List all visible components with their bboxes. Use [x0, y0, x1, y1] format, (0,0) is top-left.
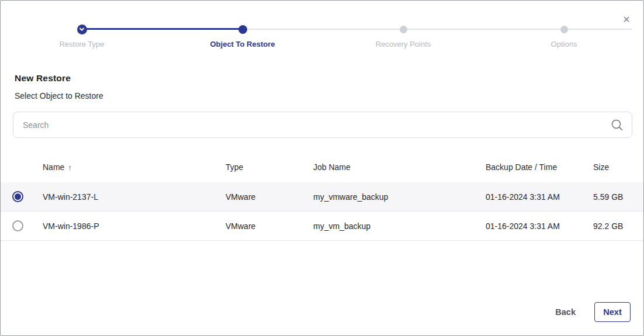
column-header-type[interactable]: Type: [214, 162, 302, 172]
cell-name: VM-win-1986-P: [31, 221, 214, 231]
step-label: Object To Restore: [210, 40, 275, 49]
cell-job-name: my_vmware_backup: [302, 192, 474, 202]
dialog-footer: Back Next: [550, 302, 631, 322]
cell-backup-date-time: 01-16-2024 3:31 AM: [474, 221, 581, 231]
new-restore-dialog: ✕ Restore Type Object To Restore Recover…: [0, 0, 644, 336]
upcoming-step-dot-icon: [560, 26, 568, 33]
sort-ascending-icon[interactable]: ↑: [68, 163, 72, 172]
back-button[interactable]: Back: [550, 304, 580, 320]
active-step-dot-icon: [238, 25, 247, 34]
search-input[interactable]: [13, 112, 611, 137]
page-subtitle: Select Object to Restore: [15, 91, 103, 101]
cell-size: 5.59 GB: [581, 192, 643, 202]
cell-backup-date-time: 01-16-2024 3:31 AM: [474, 192, 581, 202]
step-label: Options: [551, 40, 577, 49]
column-header-backup-date-time[interactable]: Backup Date / Time: [474, 162, 581, 172]
search-bar: [13, 112, 632, 138]
search-icon: [611, 119, 624, 131]
table-body: VM-win-2137-L VMware my_vmware_backup 01…: [1, 182, 643, 241]
upcoming-step-dot-icon: [400, 26, 407, 33]
cell-size: 92.2 GB: [581, 221, 643, 231]
page-title: New Restore: [15, 73, 71, 84]
stepper-step-options: Options: [500, 23, 628, 49]
cell-job-name: my_vm_backup: [302, 221, 474, 231]
column-header-job-name[interactable]: Job Name: [302, 162, 474, 172]
stepper-step-restore-type: Restore Type: [18, 23, 146, 49]
radio-selected-icon[interactable]: [12, 191, 23, 202]
column-header-size[interactable]: Size: [581, 162, 643, 172]
column-header-name[interactable]: Name↑: [31, 162, 214, 172]
next-button[interactable]: Next: [594, 302, 631, 322]
step-label: Recovery Points: [376, 40, 431, 49]
stepper: Restore Type Object To Restore Recovery …: [1, 1, 643, 54]
radio-unselected-icon[interactable]: [12, 220, 23, 231]
check-icon: [77, 25, 87, 34]
table-row[interactable]: VM-win-1986-P VMware my_vm_backup 01-16-…: [1, 212, 643, 241]
stepper-step-recovery-points: Recovery Points: [339, 23, 468, 49]
stepper-step-object-to-restore: Object To Restore: [178, 23, 307, 49]
step-label: Restore Type: [59, 40, 104, 49]
table-header: Name↑ Type Job Name Backup Date / Time S…: [1, 151, 643, 182]
cell-type: VMware: [214, 221, 302, 231]
cell-type: VMware: [214, 192, 302, 202]
table-row[interactable]: VM-win-2137-L VMware my_vmware_backup 01…: [1, 182, 643, 212]
cell-name: VM-win-2137-L: [31, 192, 214, 202]
